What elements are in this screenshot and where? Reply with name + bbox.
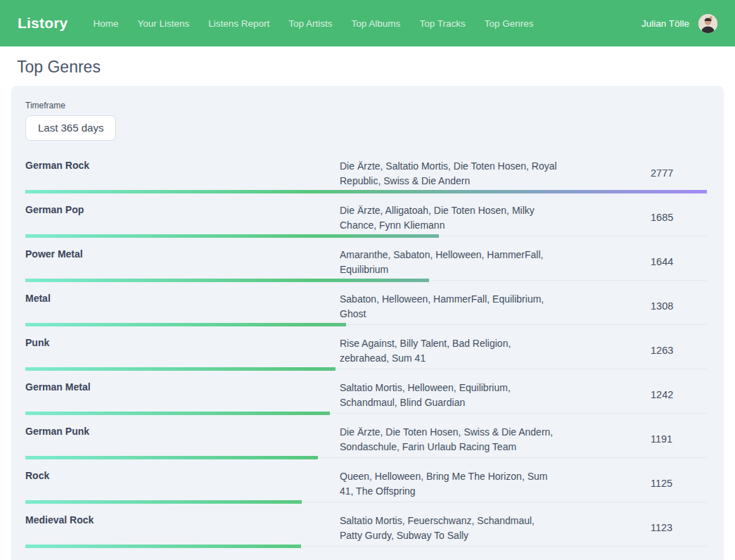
genre-row-main: Power Metal Amaranthe, Sabaton, Hellowee… xyxy=(25,246,707,277)
genre-name: Melodic Metal xyxy=(25,556,340,560)
genre-bar-fill xyxy=(25,456,318,459)
genre-top-artists: Die Ärzte, Alligatoah, Die Toten Hosen, … xyxy=(340,202,559,233)
genre-name: German Punk xyxy=(25,424,340,437)
genre-top-artists: Sabaton, Helloween, HammerFall, Equilibr… xyxy=(340,291,559,322)
genre-listen-count: 1308 xyxy=(651,300,707,312)
navbar: Listory HomeYour ListensListens ReportTo… xyxy=(0,0,735,46)
genre-bar-fill xyxy=(25,500,302,504)
nav-link-listens-report[interactable]: Listens Report xyxy=(208,18,269,29)
genre-bar-fill xyxy=(25,545,301,548)
genre-bar-track xyxy=(25,412,707,415)
genre-name: German Metal xyxy=(25,379,340,393)
genre-top-artists: Queen, Helloween, Bring Me The Horizon, … xyxy=(340,468,559,499)
genre-list: German Rock Die Ärzte, Saltatio Mortis, … xyxy=(25,149,707,560)
genre-bar-track xyxy=(25,367,707,371)
genre-listen-count: 1242 xyxy=(651,389,707,400)
nav-links: HomeYour ListensListens ReportTop Artist… xyxy=(93,18,533,29)
genre-bar-track xyxy=(25,323,707,326)
timeframe-select[interactable]: Last 365 days xyxy=(25,115,116,141)
genre-name: Rock xyxy=(25,468,340,481)
nav-link-home[interactable]: Home xyxy=(93,18,118,29)
genre-row: Power Metal Amaranthe, Sabaton, Hellowee… xyxy=(25,238,707,282)
genre-bar-track xyxy=(25,500,707,504)
brand-logo[interactable]: Listory xyxy=(18,15,68,32)
genre-bar-fill xyxy=(25,367,335,371)
genre-bar-fill xyxy=(25,279,429,282)
genre-row: German Punk Die Ärzte, Die Toten Hosen, … xyxy=(25,415,707,459)
genre-row: Rock Queen, Helloween, Bring Me The Hori… xyxy=(25,459,707,504)
genre-listen-count: 1263 xyxy=(651,345,707,356)
genre-row-main: Rock Queen, Helloween, Bring Me The Hori… xyxy=(25,468,707,499)
genre-bar-track xyxy=(25,456,707,459)
genre-top-artists: Die Ärzte, Die Toten Hosen, Swiss & Die … xyxy=(340,424,559,454)
genre-top-artists: Die Ärzte, Saltatio Mortis, Die Toten Ho… xyxy=(340,158,559,189)
genre-row: German Rock Die Ärzte, Saltatio Mortis, … xyxy=(25,149,707,193)
genre-row: Punk Rise Against, Billy Talent, Bad Rel… xyxy=(25,326,707,371)
genre-row: Metal Sabaton, Helloween, HammerFall, Eq… xyxy=(25,282,707,326)
genre-row: Medieval Rock Saltatio Mortis, Feuerschw… xyxy=(25,504,707,548)
timeframe-label: Timeframe xyxy=(25,101,707,110)
genre-top-artists: Saltatio Mortis, Feuerschwanz, Schandmau… xyxy=(340,512,559,543)
user-name[interactable]: Julian Tölle xyxy=(641,18,689,29)
genre-bar-track xyxy=(25,234,707,238)
genre-bar-track xyxy=(25,545,707,548)
genre-listen-count: 1644 xyxy=(651,256,707,267)
genre-bar-fill xyxy=(25,234,439,238)
genre-top-artists: Rise Against, Billy Talent, Bad Religion… xyxy=(340,335,559,366)
genre-name: Power Metal xyxy=(25,246,340,260)
genre-name: Medieval Rock xyxy=(25,512,340,526)
top-genres-card: Timeframe Last 365 days German Rock Die … xyxy=(11,86,724,560)
genre-top-artists: Amaranthe, Sabaton, Helloween, HammerFal… xyxy=(340,246,559,277)
genre-row-main: German Metal Saltatio Mortis, Helloween,… xyxy=(25,379,707,410)
genre-row: German Pop Die Ärzte, Alligatoah, Die To… xyxy=(25,193,707,238)
nav-link-top-genres[interactable]: Top Genres xyxy=(485,18,534,29)
genre-name: German Rock xyxy=(25,158,340,171)
genre-listen-count: 1685 xyxy=(651,212,707,223)
genre-row: Melodic Metal Unleash The Archers, Hello… xyxy=(25,548,707,560)
genre-row-main: Metal Sabaton, Helloween, HammerFall, Eq… xyxy=(25,291,707,322)
genre-row-main: German Pop Die Ärzte, Alligatoah, Die To… xyxy=(25,202,707,233)
genre-bar-fill xyxy=(25,412,330,415)
nav-link-top-tracks[interactable]: Top Tracks xyxy=(419,18,465,29)
genre-name: German Pop xyxy=(25,202,340,215)
genre-bar-track xyxy=(25,190,707,193)
genre-row-main: German Rock Die Ärzte, Saltatio Mortis, … xyxy=(25,158,707,189)
page-title: Top Genres xyxy=(17,58,735,77)
nav-link-top-artists[interactable]: Top Artists xyxy=(288,18,332,29)
nav-link-your-listens[interactable]: Your Listens xyxy=(137,18,189,29)
genre-name: Metal xyxy=(25,291,340,304)
genre-name: Punk xyxy=(25,335,340,348)
genre-top-artists: Saltatio Mortis, Helloween, Equilibrium,… xyxy=(340,379,559,410)
genre-row-main: German Punk Die Ärzte, Die Toten Hosen, … xyxy=(25,424,707,454)
genre-listen-count: 2777 xyxy=(651,167,707,179)
user-photo-icon xyxy=(698,14,717,33)
genre-bar-fill xyxy=(25,190,707,193)
user-avatar[interactable] xyxy=(698,14,717,33)
genre-bar-track xyxy=(25,279,707,282)
genre-row-main: Punk Rise Against, Billy Talent, Bad Rel… xyxy=(25,335,707,366)
nav-link-top-albums[interactable]: Top Albums xyxy=(352,18,401,29)
genre-row-main: Melodic Metal Unleash The Archers, Hello… xyxy=(25,556,707,560)
genre-row-main: Medieval Rock Saltatio Mortis, Feuerschw… xyxy=(25,512,707,543)
genre-top-artists: Unleash The Archers, Helloween, HammerFa… xyxy=(340,556,559,560)
genre-row: German Metal Saltatio Mortis, Helloween,… xyxy=(25,371,707,415)
genre-listen-count: 1125 xyxy=(651,478,707,489)
genre-listen-count: 1123 xyxy=(651,522,707,533)
genre-bar-fill xyxy=(25,323,346,326)
main-content: Top Genres Timeframe Last 365 days Germa… xyxy=(0,58,735,560)
genre-listen-count: 1191 xyxy=(651,433,707,445)
